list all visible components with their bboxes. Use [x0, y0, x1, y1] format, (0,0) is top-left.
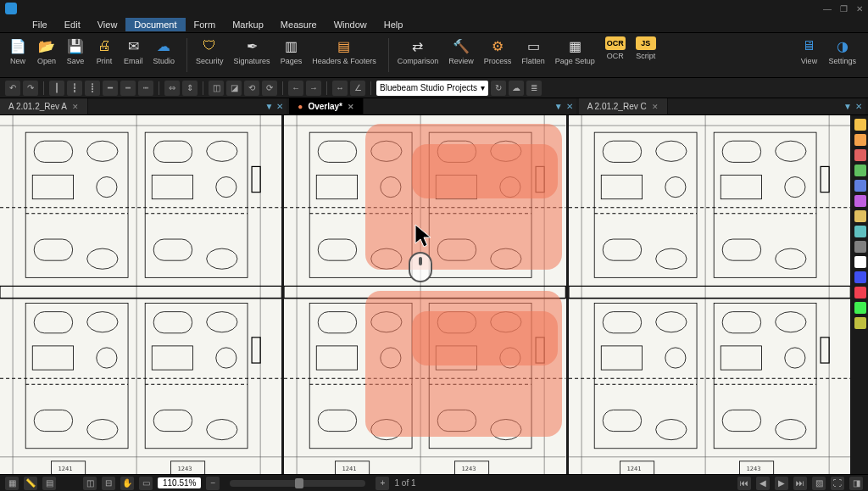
- document-tab[interactable]: A 2.01.2_Rev A✕: [0, 98, 88, 114]
- prev-page[interactable]: ◀: [756, 477, 770, 490]
- side-tool-10[interactable]: [854, 271, 866, 283]
- select-tool[interactable]: ▭: [139, 477, 153, 490]
- pane-close-icon[interactable]: ✕: [276, 102, 283, 111]
- zoom-out[interactable]: −: [206, 477, 220, 490]
- tb-redo[interactable]: ↷: [23, 81, 38, 96]
- tb-group[interactable]: ◫: [209, 81, 224, 96]
- ribbon-signatures[interactable]: ✒Signatures: [231, 35, 274, 75]
- menu-file[interactable]: File: [24, 18, 56, 31]
- pane-menu-icon[interactable]: ▼: [554, 102, 563, 111]
- floorplan-drawing[interactable]: 1241 1243: [569, 115, 850, 474]
- first-page[interactable]: ⏮: [737, 477, 751, 490]
- tb-align-right[interactable]: ┋: [85, 81, 100, 96]
- tb-undo[interactable]: ↶: [5, 81, 20, 96]
- side-tool-12[interactable]: [854, 302, 866, 314]
- zoom-level[interactable]: 110.51%: [158, 477, 201, 488]
- pane-menu-icon[interactable]: ▼: [843, 102, 852, 111]
- tb-dist-h[interactable]: ⇔: [164, 81, 180, 96]
- tb-align-top[interactable]: ━: [103, 81, 118, 96]
- ribbon-headers-footers[interactable]: ▤Headers & Footers: [309, 35, 380, 75]
- menu-view[interactable]: View: [89, 18, 126, 31]
- side-tool-4[interactable]: [854, 180, 866, 192]
- side-tool-13[interactable]: [854, 317, 866, 329]
- menu-window[interactable]: Window: [326, 18, 376, 31]
- menu-help[interactable]: Help: [376, 18, 412, 31]
- split-toggle[interactable]: ◫: [83, 477, 97, 490]
- tab-close-icon[interactable]: ✕: [348, 103, 354, 111]
- thumbnails-button[interactable]: ▦: [5, 477, 19, 490]
- zoom-in[interactable]: +: [376, 477, 389, 490]
- ribbon-security[interactable]: 🛡Security: [192, 35, 227, 75]
- tb-dim-angle[interactable]: ∠: [350, 81, 365, 96]
- page-slider[interactable]: [230, 480, 365, 487]
- tb-rot-left[interactable]: ⟲: [244, 81, 259, 96]
- ribbon-new[interactable]: 📄New: [5, 35, 31, 75]
- menu-measure[interactable]: Measure: [272, 18, 326, 31]
- panel-right-icon[interactable]: ◨: [849, 477, 863, 490]
- tb-align-bot[interactable]: ┉: [138, 81, 153, 96]
- tb-ungroup[interactable]: ◪: [226, 81, 242, 96]
- document-pane-1[interactable]: 1241 1243: [284, 115, 568, 474]
- document-tab[interactable]: ●Overlay*✕: [289, 98, 364, 114]
- menu-markup[interactable]: Markup: [224, 18, 272, 31]
- maximize-button[interactable]: ❐: [840, 4, 848, 14]
- ribbon-settings[interactable]: ◑Settings: [825, 35, 860, 75]
- side-tool-2[interactable]: [854, 149, 866, 161]
- last-page[interactable]: ⏭: [793, 477, 807, 490]
- hand-tool[interactable]: ✋: [120, 477, 134, 490]
- close-button[interactable]: ✕: [856, 4, 863, 14]
- ribbon-process[interactable]: ⚙Process: [481, 35, 515, 75]
- pane-menu-icon[interactable]: ▼: [264, 102, 273, 111]
- ribbon-print[interactable]: 🖨Print: [92, 35, 117, 75]
- side-tool-1[interactable]: [854, 134, 866, 146]
- menu-edit[interactable]: Edit: [56, 18, 89, 31]
- ribbon-review[interactable]: 🔨Review: [445, 35, 477, 75]
- side-tool-6[interactable]: [854, 210, 866, 222]
- tb-align-mid[interactable]: ┅: [120, 81, 136, 96]
- ribbon-script[interactable]: JSScript: [632, 35, 659, 75]
- tb-refresh[interactable]: ↻: [491, 81, 506, 96]
- document-tab[interactable]: A 2.01.2_Rev C✕: [579, 98, 668, 114]
- minimize-button[interactable]: —: [823, 4, 832, 14]
- tb-layers[interactable]: ≣: [526, 81, 542, 96]
- ribbon-email[interactable]: ✉Email: [120, 35, 147, 75]
- ribbon-flatten[interactable]: ▭Flatten: [518, 35, 548, 75]
- ribbon-save[interactable]: 💾Save: [63, 35, 88, 75]
- tb-align-center[interactable]: ┇: [67, 81, 82, 96]
- document-pane-0[interactable]: 1241 1243: [0, 115, 284, 474]
- tb-align-left[interactable]: ┃: [49, 81, 64, 96]
- ribbon-ocr[interactable]: OCROCR: [602, 35, 629, 75]
- side-tool-9[interactable]: [854, 256, 866, 268]
- side-tool-3[interactable]: [854, 165, 866, 176]
- side-tool-0[interactable]: [854, 119, 866, 131]
- split-v-toggle[interactable]: ⊟: [102, 477, 115, 490]
- ribbon-open[interactable]: 📂Open: [34, 35, 59, 75]
- tb-arrow-right[interactable]: →: [306, 81, 321, 96]
- ribbon-view[interactable]: 🖥View: [796, 35, 821, 75]
- menu-form[interactable]: Form: [186, 18, 225, 31]
- menu-document[interactable]: Document: [125, 18, 185, 31]
- tb-rot-right[interactable]: ⟳: [262, 81, 277, 96]
- ribbon-comparison[interactable]: ⇄Comparison: [394, 35, 442, 75]
- fullscreen-icon[interactable]: ⛶: [831, 477, 844, 490]
- ribbon-page-setup[interactable]: ▦Page Setup: [552, 35, 598, 75]
- next-page[interactable]: ▶: [775, 477, 788, 490]
- grid-icon[interactable]: ▨: [812, 477, 826, 490]
- side-tool-11[interactable]: [854, 287, 866, 299]
- ribbon-studio[interactable]: ☁Studio: [150, 35, 179, 75]
- tab-close-icon[interactable]: ✕: [72, 103, 79, 111]
- side-tool-7[interactable]: [854, 226, 866, 237]
- side-tool-8[interactable]: [854, 241, 866, 253]
- pane-close-icon[interactable]: ✕: [855, 102, 862, 111]
- side-tool-5[interactable]: [854, 195, 866, 207]
- projects-combo[interactable]: Bluebeam Studio Projects ▾: [376, 81, 488, 96]
- tb-arrow-left[interactable]: ←: [288, 81, 303, 96]
- pane-close-icon[interactable]: ✕: [566, 102, 573, 111]
- document-pane-2[interactable]: 1241 1243: [569, 115, 853, 474]
- floorplan-drawing[interactable]: 1241 1243: [0, 115, 281, 474]
- ribbon-pages[interactable]: ▥Pages: [277, 35, 306, 75]
- tb-dist-v[interactable]: ⇕: [182, 81, 198, 96]
- tb-dim-linear[interactable]: ↔: [332, 81, 348, 96]
- measure-view-button[interactable]: 📏: [24, 477, 37, 490]
- tb-cloud[interactable]: ☁: [509, 81, 524, 96]
